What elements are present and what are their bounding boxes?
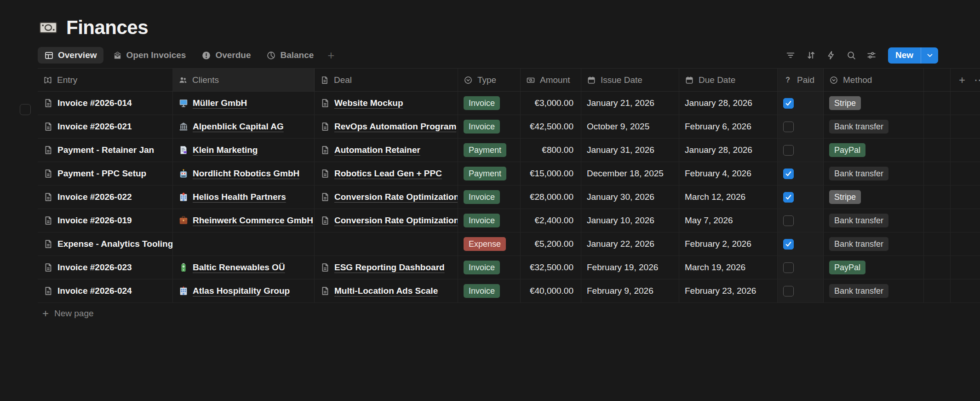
cell-due-date[interactable]: January 28, 2026 [679, 92, 778, 115]
cell-amount[interactable]: €3,000.00 [521, 92, 581, 115]
cell-type[interactable]: Invoice [458, 186, 521, 209]
cell-issue-date[interactable]: January 10, 2026 [581, 209, 679, 232]
cell-method[interactable]: Stripe [824, 92, 924, 115]
cell-entry[interactable]: Invoice #2026-024 [38, 279, 173, 302]
cell-paid[interactable] [778, 279, 824, 302]
cell-amount[interactable]: €800.00 [521, 139, 581, 162]
cell-entry[interactable]: Invoice #2026-014 [38, 92, 173, 115]
cell-amount[interactable]: €28,000.00 [521, 186, 581, 209]
cell-amount[interactable]: €40,000.00 [521, 279, 581, 302]
bolt-button[interactable] [823, 47, 839, 63]
cell-amount[interactable]: €2,400.00 [521, 209, 581, 232]
cell-paid[interactable] [778, 92, 824, 115]
cell-method[interactable]: Stripe [824, 186, 924, 209]
cell-entry[interactable]: Expense - Analytics Tooling [38, 232, 173, 256]
paid-checkbox[interactable] [783, 262, 794, 273]
cell-type[interactable]: Payment [458, 162, 521, 185]
cell-deal[interactable]: Automation Retainer [315, 139, 458, 162]
cell-issue-date[interactable]: October 9, 2025 [581, 115, 679, 138]
cell-type[interactable]: Payment [458, 139, 521, 162]
cell-due-date[interactable]: February 23, 2026 [679, 279, 778, 302]
paid-checkbox[interactable] [783, 215, 794, 226]
paid-checkbox[interactable] [783, 122, 794, 132]
paid-checkbox[interactable] [783, 286, 794, 296]
cell-paid[interactable] [778, 256, 824, 279]
cell-due-date[interactable]: February 4, 2026 [679, 162, 778, 185]
sliders-button[interactable] [863, 47, 880, 63]
cell-entry[interactable]: Invoice #2026-023 [38, 256, 173, 279]
cell-issue-date[interactable]: January 22, 2026 [581, 232, 679, 256]
new-page-button[interactable]: + New page [38, 303, 980, 324]
cell-due-date[interactable]: January 28, 2026 [679, 139, 778, 162]
tab-open-invoices[interactable]: Open Invoices [106, 47, 193, 64]
cell-issue-date[interactable]: February 9, 2026 [581, 279, 679, 302]
cell-entry[interactable]: Invoice #2026-022 [38, 186, 173, 209]
column-header-client[interactable]: Clients [173, 69, 315, 91]
cell-due-date[interactable]: February 2, 2026 [679, 232, 778, 256]
cell-client[interactable]: Alpenblick Capital AG [173, 115, 315, 138]
cell-client[interactable]: Rheinwerk Commerce GmbH [173, 209, 315, 232]
cell-client[interactable]: Baltic Renewables OÜ [173, 256, 315, 279]
cell-method[interactable]: PayPal [824, 256, 924, 279]
filter-button[interactable] [782, 47, 799, 63]
cell-due-date[interactable]: February 6, 2026 [679, 115, 778, 138]
cell-deal[interactable]: Multi-Location Ads Scale [315, 279, 458, 302]
cell-deal[interactable]: Robotics Lead Gen + PPC [315, 162, 458, 185]
cell-deal[interactable]: Conversion Rate Optimization [315, 186, 458, 209]
cell-amount[interactable]: €5,200.00 [521, 232, 581, 256]
new-button[interactable]: New [888, 47, 938, 64]
cell-entry[interactable]: Invoice #2026-021 [38, 115, 173, 138]
cell-issue-date[interactable]: January 31, 2026 [581, 139, 679, 162]
add-column-button[interactable]: + [954, 72, 970, 88]
paid-checkbox[interactable] [783, 239, 794, 250]
cell-client[interactable]: Atlas Hospitality Group [173, 279, 315, 302]
column-header-entry[interactable]: Entry [38, 69, 173, 91]
cell-deal[interactable]: ESG Reporting Dashboard [315, 256, 458, 279]
new-button-dropdown[interactable] [921, 47, 938, 64]
cell-entry[interactable]: Payment - PPC Setup [38, 162, 173, 185]
cell-paid[interactable] [778, 162, 824, 185]
cell-client[interactable]: Klein Marketing [173, 139, 315, 162]
cell-client[interactable]: Müller GmbH [173, 92, 315, 115]
tab-balance[interactable]: Balance [260, 47, 320, 64]
cell-paid[interactable] [778, 232, 824, 256]
cell-type[interactable]: Expense [458, 232, 521, 256]
cell-client[interactable]: Nordlicht Robotics GmbH [173, 162, 315, 185]
column-header-paid[interactable]: ?Paid [778, 69, 824, 91]
cell-method[interactable]: PayPal [824, 139, 924, 162]
cell-client[interactable] [173, 232, 315, 256]
cell-amount[interactable]: €42,500.00 [521, 115, 581, 138]
cell-type[interactable]: Invoice [458, 92, 521, 115]
new-button-label[interactable]: New [888, 47, 921, 64]
column-header-issue[interactable]: Issue Date [581, 69, 679, 91]
cell-deal[interactable]: Website Mockup [315, 92, 458, 115]
cell-issue-date[interactable]: December 18, 2025 [581, 162, 679, 185]
cell-deal[interactable] [315, 232, 458, 256]
cell-entry[interactable]: Payment - Retainer Jan [38, 139, 173, 162]
cell-type[interactable]: Invoice [458, 209, 521, 232]
cell-due-date[interactable]: May 7, 2026 [679, 209, 778, 232]
cell-method[interactable]: Bank transfer [824, 209, 924, 232]
cell-method[interactable]: Bank transfer [824, 162, 924, 185]
cell-paid[interactable] [778, 139, 824, 162]
paid-checkbox[interactable] [783, 145, 794, 156]
cell-paid[interactable] [778, 186, 824, 209]
cell-paid[interactable] [778, 209, 824, 232]
cell-amount[interactable]: €15,000.00 [521, 162, 581, 185]
cell-deal[interactable]: Conversion Rate Optimization [315, 209, 458, 232]
table-options-button[interactable]: ⋯ [972, 72, 980, 88]
cell-type[interactable]: Invoice [458, 279, 521, 302]
paid-checkbox[interactable] [783, 98, 794, 109]
banknote-emoji-icon[interactable] [38, 17, 59, 38]
column-header-amount[interactable]: Amount [521, 69, 581, 91]
tab-overdue[interactable]: Overdue [195, 47, 257, 64]
cell-method[interactable]: Bank transfer [824, 232, 924, 256]
cell-amount[interactable]: €32,500.00 [521, 256, 581, 279]
column-header-method[interactable]: Method [824, 69, 924, 91]
paid-checkbox[interactable] [783, 192, 794, 203]
cell-client[interactable]: Helios Health Partners [173, 186, 315, 209]
search-button[interactable] [843, 47, 860, 63]
cell-due-date[interactable]: March 12, 2026 [679, 186, 778, 209]
cell-deal[interactable]: RevOps Automation Program [315, 115, 458, 138]
cell-issue-date[interactable]: February 19, 2026 [581, 256, 679, 279]
